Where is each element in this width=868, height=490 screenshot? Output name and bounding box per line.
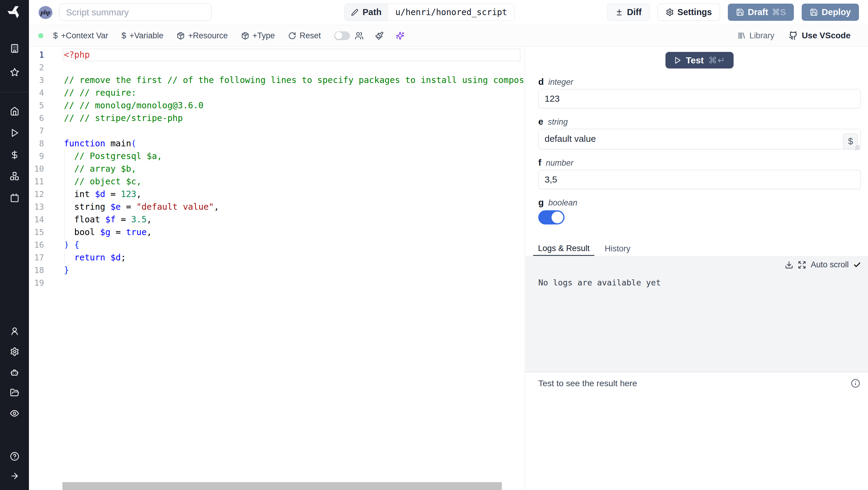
folder-open-icon[interactable]	[0, 388, 29, 397]
field-input-e[interactable]	[538, 129, 861, 149]
help-icon[interactable]	[0, 452, 29, 461]
script-path[interactable]: Path u/henri/honored_script	[344, 4, 515, 21]
code-line[interactable]: 5// // monolog/monolog@3.6.0	[29, 99, 525, 112]
code-line[interactable]: 8function main(	[29, 137, 525, 150]
library-books-icon	[738, 31, 746, 40]
variables-dollar-icon[interactable]	[0, 150, 29, 160]
textarea-resize-grip[interactable]	[855, 145, 860, 150]
bot-icon[interactable]	[0, 368, 29, 377]
auto-scroll-label: Auto scroll	[811, 260, 849, 269]
path-label: Path	[363, 7, 381, 17]
test-args-form: Test ⌘↵ d integer e string $ f number g …	[525, 47, 868, 241]
reset-label: Reset	[300, 31, 321, 40]
line-number: 13	[29, 201, 44, 213]
line-number: 18	[29, 264, 44, 277]
test-button[interactable]: Test ⌘↵	[665, 52, 734, 68]
tab-logs-result[interactable]: Logs & Result	[533, 241, 594, 256]
use-vscode-button[interactable]: Use VScode	[789, 31, 850, 40]
line-number: 11	[29, 175, 44, 188]
auto-scroll-checkbox[interactable]	[853, 261, 861, 269]
diff-button[interactable]: Diff	[607, 4, 650, 21]
app-sidebar	[0, 0, 29, 490]
path-value: u/henri/honored_script	[388, 4, 515, 21]
windmill-logo-icon[interactable]	[0, 5, 29, 19]
code-line[interactable]: 1<?php	[29, 49, 525, 61]
settings-button[interactable]: Settings	[658, 4, 720, 21]
info-icon[interactable]	[851, 379, 860, 388]
schedules-calendar-icon[interactable]	[0, 193, 29, 202]
add-variable-label: +Variable	[130, 31, 164, 40]
topbar: php Path u/henri/honored_script Diff Set…	[29, 0, 868, 25]
expand-sidebar-arrow-icon[interactable]	[0, 471, 29, 481]
field-toggle-g[interactable]	[538, 210, 564, 225]
building-icon[interactable]	[0, 44, 29, 53]
add-type-button[interactable]: +Type	[241, 31, 275, 40]
tab-history[interactable]: History	[600, 241, 635, 256]
logs-empty-message: No logs are available yet	[538, 278, 861, 287]
line-number: 17	[29, 251, 44, 264]
star-icon[interactable]	[0, 67, 29, 77]
line-number: 1	[29, 49, 44, 61]
draft-label: Draft	[748, 7, 768, 17]
code-editor[interactable]: 1<?php23// remove the first // of the fo…	[29, 47, 525, 490]
expand-logs-icon[interactable]	[798, 261, 806, 269]
code-line[interactable]: 15 bool $g = true,	[29, 226, 525, 239]
format-brush-icon[interactable]	[375, 31, 384, 40]
code-line[interactable]: 16) {	[29, 239, 525, 251]
settings-gear-icon[interactable]	[0, 347, 29, 356]
home-icon[interactable]	[0, 107, 29, 116]
line-number: 3	[29, 74, 44, 87]
line-number: 16	[29, 239, 44, 251]
line-number: 19	[29, 277, 44, 289]
eye-icon[interactable]	[0, 408, 29, 418]
line-number: 5	[29, 99, 44, 112]
draft-button[interactable]: Draft ⌘S	[728, 4, 794, 21]
field-label-e: e string	[538, 116, 861, 127]
line-number: 14	[29, 213, 44, 226]
code-line[interactable]: 11 // object $c,	[29, 175, 525, 188]
editor-toolbar: $ +Context Var $ +Variable +Resource +Ty…	[29, 25, 868, 47]
download-logs-icon[interactable]	[785, 261, 793, 269]
resources-boxes-icon[interactable]	[0, 171, 29, 181]
library-button[interactable]: Library	[738, 31, 775, 40]
result-panel: Test to see the result here	[525, 372, 868, 490]
add-variable-button[interactable]: $ +Variable	[121, 31, 163, 40]
code-line[interactable]: 10 // array $b,	[29, 163, 525, 175]
pencil-icon	[351, 9, 358, 16]
line-number: 2	[29, 61, 44, 74]
result-tabs: Logs & Result History	[525, 241, 868, 256]
ai-sparkles-icon[interactable]	[396, 31, 404, 40]
line-number: 6	[29, 112, 44, 125]
field-input-f[interactable]	[538, 170, 861, 189]
php-language-badge: php	[38, 6, 53, 19]
code-line[interactable]: 6// // stripe/stripe-php	[29, 112, 525, 125]
code-line[interactable]: 4// // require:	[29, 87, 525, 99]
add-context-var-button[interactable]: $ +Context Var	[53, 31, 108, 40]
play-runs-icon[interactable]	[0, 128, 29, 138]
horizontal-scrollbar[interactable]	[62, 482, 502, 490]
code-line[interactable]: 3// remove the first // of the following…	[29, 74, 525, 87]
library-label: Library	[749, 31, 775, 40]
save-icon	[736, 8, 744, 16]
code-line[interactable]: 12 int $d = 123,	[29, 188, 525, 201]
script-summary-input[interactable]	[59, 4, 212, 21]
code-line[interactable]: 13 string $e = "default value",	[29, 201, 525, 213]
diff-icon	[615, 8, 623, 16]
add-resource-button[interactable]: +Resource	[177, 31, 227, 40]
code-line[interactable]: 7	[29, 125, 525, 137]
field-label-g: g boolean	[538, 197, 861, 208]
language-status-dot	[38, 33, 43, 38]
code-line[interactable]: 18}	[29, 264, 525, 277]
field-input-d[interactable]	[538, 89, 861, 108]
collab-toggle[interactable]	[334, 31, 350, 40]
code-line[interactable]: 9 // Postgresql $a,	[29, 150, 525, 163]
user-icon[interactable]	[0, 326, 29, 336]
code-line[interactable]: 19	[29, 277, 525, 289]
code-line[interactable]: 2	[29, 61, 525, 74]
code-line[interactable]: 14 float $f = 3.5,	[29, 213, 525, 226]
line-number: 4	[29, 87, 44, 99]
reset-button[interactable]: Reset	[288, 31, 321, 40]
deploy-button[interactable]: Deploy	[802, 4, 859, 21]
code-line[interactable]: 17 return $d;	[29, 251, 525, 264]
users-icon[interactable]	[355, 31, 364, 40]
